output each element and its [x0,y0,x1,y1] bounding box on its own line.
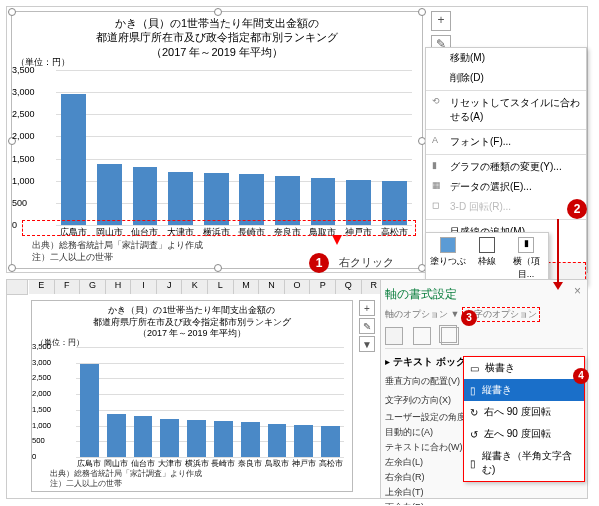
callout-1: 1 [309,253,329,273]
callout-2: 2 [567,199,587,219]
corner-cell[interactable] [7,280,28,295]
callout-3: 3 [461,310,477,326]
fly-vertical-halfwidth[interactable]: ▯縦書き（半角文字含む) [464,445,584,481]
chart-title[interactable]: かき（貝）の1世帯当たり年間支出金額の 都道府県庁所在市及び政令指定都市別ランキ… [12,12,422,63]
close-pane-icon[interactable]: × [574,284,581,298]
tutorial-step-top: かき（貝）の1世帯当たり年間支出金額の 都道府県庁所在市及び政令指定都市別ランキ… [6,6,588,273]
pane-tabs: 軸のオプション ▼ 文字のオプション [385,305,583,324]
mini-axis-type[interactable]: ▮横（項目... [508,237,544,281]
ctx-3d-rotate: ◻3-D 回転(R)... [426,197,586,217]
ctx-reset-style[interactable]: ⟲リセットしてスタイルに合わせる(A) [426,93,586,127]
ctx-font[interactable]: Aフォント(F)... [426,132,586,152]
plot-area-small[interactable]: 05001,0001,5002,0002,5003,0003,500広島市岡山市… [76,347,344,457]
ctx-move[interactable]: 移動(M) [426,48,586,68]
plot-area[interactable]: 05001,0001,5002,0002,5003,0003,500広島市岡山市… [56,70,412,225]
ctx-select-data[interactable]: ▦データの選択(E)... [426,177,586,197]
mini-fill[interactable]: 塗りつぶ [430,237,466,281]
texteffect-icon[interactable] [413,327,431,345]
tutorial-step-bottom: EFGHIJKLMNOPQR かき（貝）の1世帯当たり年間支出金額の 都道府県庁… [6,279,588,499]
chart-plus-button[interactable]: + [431,11,451,31]
mini-outline[interactable]: 枠線 [469,237,505,281]
connector-arrowhead [553,282,563,290]
fly-horizontal[interactable]: ▭横書き [464,357,584,379]
fly-vertical[interactable]: ▯縦書き [464,379,584,401]
tab-axis-options[interactable]: 軸のオプション [385,309,448,319]
text-direction-flyout: ▭横書き ▯縦書き ↻右へ 90 度回転 ↺左へ 90 度回転 ▯縦書き（半角文… [463,356,585,482]
pane-icon-tabs [385,324,583,349]
chart-funnel-small[interactable]: ▼ [359,336,375,352]
format-axis-pane: × 軸の書式設定 軸のオプション ▼ 文字のオプション 3 ▸ テキスト ボック… [380,280,587,498]
fly-rotate-right-90[interactable]: ↻右へ 90 度回転 [464,401,584,423]
callout-4: 4 [573,368,589,384]
xaxis-selection-highlight [22,220,416,236]
excel-chart[interactable]: かき（貝）の1世帯当たり年間支出金額の 都道府県庁所在市及び政令指定都市別ランキ… [11,11,423,269]
chart-brush-small[interactable]: ✎ [359,318,375,334]
ctx-delete[interactable]: 削除(D) [426,68,586,88]
textfill-icon[interactable] [385,327,403,345]
right-click-label: 右クリック [339,255,394,270]
source-line-2-small: 注）二人以上の世帯 [50,478,122,489]
excel-chart-small[interactable]: かき（貝）の1世帯当たり年間支出金額の 都道府県庁所在市及び政令指定都市別ランキ… [31,300,353,492]
mini-toolbar: 塗りつぶ 枠線 ▮横（項目... [425,232,549,286]
ctx-change-chart-type[interactable]: ▮グラフの種類の変更(Y)... [426,157,586,177]
arrow-to-xaxis [332,235,342,245]
textbox-icon[interactable] [441,327,459,345]
source-line-2: 注）二人以上の世帯 [32,251,113,264]
column-headers: EFGHIJKLMNOPQR [29,280,387,294]
chart-plus-small[interactable]: + [359,300,375,316]
fly-rotate-left-90[interactable]: ↺左へ 90 度回転 [464,423,584,445]
